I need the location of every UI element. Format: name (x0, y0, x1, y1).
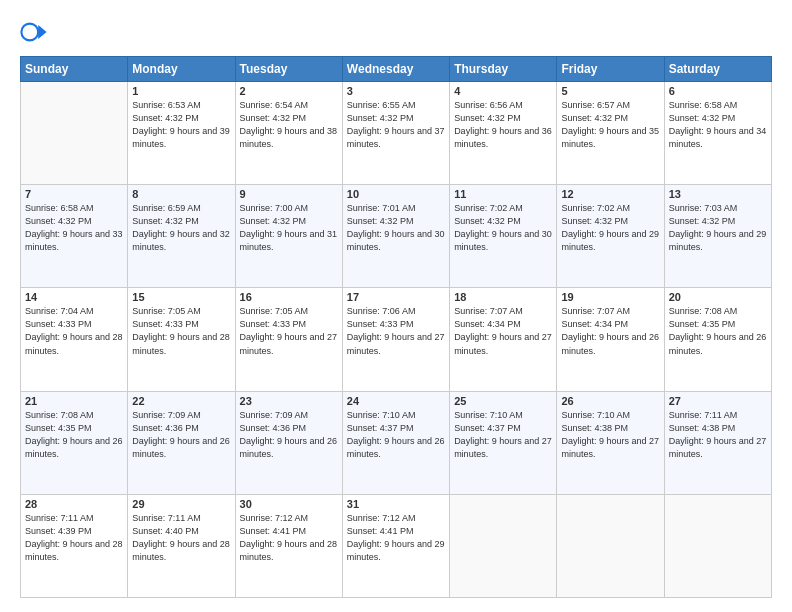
weekday-header-saturday: Saturday (664, 57, 771, 82)
day-number: 7 (25, 188, 123, 200)
svg-marker-1 (38, 25, 46, 39)
day-number: 13 (669, 188, 767, 200)
calendar-cell: 30Sunrise: 7:12 AMSunset: 4:41 PMDayligh… (235, 494, 342, 597)
day-number: 17 (347, 291, 445, 303)
day-info: Sunrise: 6:55 AMSunset: 4:32 PMDaylight:… (347, 99, 445, 151)
day-info: Sunrise: 7:02 AMSunset: 4:32 PMDaylight:… (561, 202, 659, 254)
day-info: Sunrise: 7:08 AMSunset: 4:35 PMDaylight:… (669, 305, 767, 357)
day-number: 2 (240, 85, 338, 97)
calendar-cell: 9Sunrise: 7:00 AMSunset: 4:32 PMDaylight… (235, 185, 342, 288)
day-number: 4 (454, 85, 552, 97)
day-info: Sunrise: 7:10 AMSunset: 4:37 PMDaylight:… (347, 409, 445, 461)
day-number: 6 (669, 85, 767, 97)
calendar-cell: 11Sunrise: 7:02 AMSunset: 4:32 PMDayligh… (450, 185, 557, 288)
day-info: Sunrise: 7:09 AMSunset: 4:36 PMDaylight:… (240, 409, 338, 461)
day-number: 25 (454, 395, 552, 407)
day-info: Sunrise: 7:02 AMSunset: 4:32 PMDaylight:… (454, 202, 552, 254)
week-row-0: 1Sunrise: 6:53 AMSunset: 4:32 PMDaylight… (21, 82, 772, 185)
calendar-cell: 17Sunrise: 7:06 AMSunset: 4:33 PMDayligh… (342, 288, 449, 391)
calendar-cell: 10Sunrise: 7:01 AMSunset: 4:32 PMDayligh… (342, 185, 449, 288)
day-info: Sunrise: 7:01 AMSunset: 4:32 PMDaylight:… (347, 202, 445, 254)
day-info: Sunrise: 7:09 AMSunset: 4:36 PMDaylight:… (132, 409, 230, 461)
weekday-header-tuesday: Tuesday (235, 57, 342, 82)
day-info: Sunrise: 7:05 AMSunset: 4:33 PMDaylight:… (132, 305, 230, 357)
calendar-cell (664, 494, 771, 597)
week-row-4: 28Sunrise: 7:11 AMSunset: 4:39 PMDayligh… (21, 494, 772, 597)
day-info: Sunrise: 7:12 AMSunset: 4:41 PMDaylight:… (347, 512, 445, 564)
weekday-header-thursday: Thursday (450, 57, 557, 82)
weekday-header-sunday: Sunday (21, 57, 128, 82)
day-number: 26 (561, 395, 659, 407)
calendar-cell: 18Sunrise: 7:07 AMSunset: 4:34 PMDayligh… (450, 288, 557, 391)
day-info: Sunrise: 6:57 AMSunset: 4:32 PMDaylight:… (561, 99, 659, 151)
weekday-header-row: SundayMondayTuesdayWednesdayThursdayFrid… (21, 57, 772, 82)
calendar-cell (450, 494, 557, 597)
calendar-cell: 25Sunrise: 7:10 AMSunset: 4:37 PMDayligh… (450, 391, 557, 494)
calendar-cell: 29Sunrise: 7:11 AMSunset: 4:40 PMDayligh… (128, 494, 235, 597)
calendar-cell: 28Sunrise: 7:11 AMSunset: 4:39 PMDayligh… (21, 494, 128, 597)
logo-icon (20, 18, 48, 46)
calendar-cell (21, 82, 128, 185)
day-number: 10 (347, 188, 445, 200)
day-info: Sunrise: 7:03 AMSunset: 4:32 PMDaylight:… (669, 202, 767, 254)
day-info: Sunrise: 7:11 AMSunset: 4:39 PMDaylight:… (25, 512, 123, 564)
day-info: Sunrise: 7:07 AMSunset: 4:34 PMDaylight:… (454, 305, 552, 357)
week-row-3: 21Sunrise: 7:08 AMSunset: 4:35 PMDayligh… (21, 391, 772, 494)
day-info: Sunrise: 7:07 AMSunset: 4:34 PMDaylight:… (561, 305, 659, 357)
week-row-2: 14Sunrise: 7:04 AMSunset: 4:33 PMDayligh… (21, 288, 772, 391)
day-number: 27 (669, 395, 767, 407)
day-number: 8 (132, 188, 230, 200)
calendar-cell: 1Sunrise: 6:53 AMSunset: 4:32 PMDaylight… (128, 82, 235, 185)
calendar-cell: 14Sunrise: 7:04 AMSunset: 4:33 PMDayligh… (21, 288, 128, 391)
day-info: Sunrise: 7:06 AMSunset: 4:33 PMDaylight:… (347, 305, 445, 357)
calendar-cell: 19Sunrise: 7:07 AMSunset: 4:34 PMDayligh… (557, 288, 664, 391)
day-info: Sunrise: 7:12 AMSunset: 4:41 PMDaylight:… (240, 512, 338, 564)
day-info: Sunrise: 7:08 AMSunset: 4:35 PMDaylight:… (25, 409, 123, 461)
calendar-cell: 21Sunrise: 7:08 AMSunset: 4:35 PMDayligh… (21, 391, 128, 494)
calendar-cell: 22Sunrise: 7:09 AMSunset: 4:36 PMDayligh… (128, 391, 235, 494)
page: SundayMondayTuesdayWednesdayThursdayFrid… (0, 0, 792, 612)
day-info: Sunrise: 7:10 AMSunset: 4:38 PMDaylight:… (561, 409, 659, 461)
calendar-cell: 5Sunrise: 6:57 AMSunset: 4:32 PMDaylight… (557, 82, 664, 185)
day-number: 30 (240, 498, 338, 510)
day-number: 3 (347, 85, 445, 97)
day-info: Sunrise: 7:10 AMSunset: 4:37 PMDaylight:… (454, 409, 552, 461)
day-info: Sunrise: 7:04 AMSunset: 4:33 PMDaylight:… (25, 305, 123, 357)
day-info: Sunrise: 6:59 AMSunset: 4:32 PMDaylight:… (132, 202, 230, 254)
day-number: 20 (669, 291, 767, 303)
calendar-cell: 31Sunrise: 7:12 AMSunset: 4:41 PMDayligh… (342, 494, 449, 597)
day-info: Sunrise: 7:11 AMSunset: 4:38 PMDaylight:… (669, 409, 767, 461)
logo (20, 18, 52, 46)
calendar-cell: 2Sunrise: 6:54 AMSunset: 4:32 PMDaylight… (235, 82, 342, 185)
calendar-cell: 7Sunrise: 6:58 AMSunset: 4:32 PMDaylight… (21, 185, 128, 288)
calendar-cell: 6Sunrise: 6:58 AMSunset: 4:32 PMDaylight… (664, 82, 771, 185)
day-number: 9 (240, 188, 338, 200)
calendar-cell: 26Sunrise: 7:10 AMSunset: 4:38 PMDayligh… (557, 391, 664, 494)
week-row-1: 7Sunrise: 6:58 AMSunset: 4:32 PMDaylight… (21, 185, 772, 288)
day-number: 15 (132, 291, 230, 303)
day-number: 23 (240, 395, 338, 407)
calendar-cell: 20Sunrise: 7:08 AMSunset: 4:35 PMDayligh… (664, 288, 771, 391)
day-number: 22 (132, 395, 230, 407)
svg-point-0 (21, 24, 38, 41)
day-info: Sunrise: 6:58 AMSunset: 4:32 PMDaylight:… (25, 202, 123, 254)
calendar-cell (557, 494, 664, 597)
calendar-cell: 27Sunrise: 7:11 AMSunset: 4:38 PMDayligh… (664, 391, 771, 494)
calendar-cell: 23Sunrise: 7:09 AMSunset: 4:36 PMDayligh… (235, 391, 342, 494)
calendar-cell: 16Sunrise: 7:05 AMSunset: 4:33 PMDayligh… (235, 288, 342, 391)
weekday-header-friday: Friday (557, 57, 664, 82)
calendar-cell: 12Sunrise: 7:02 AMSunset: 4:32 PMDayligh… (557, 185, 664, 288)
calendar-table: SundayMondayTuesdayWednesdayThursdayFrid… (20, 56, 772, 598)
calendar-cell: 3Sunrise: 6:55 AMSunset: 4:32 PMDaylight… (342, 82, 449, 185)
calendar-cell: 4Sunrise: 6:56 AMSunset: 4:32 PMDaylight… (450, 82, 557, 185)
calendar-cell: 15Sunrise: 7:05 AMSunset: 4:33 PMDayligh… (128, 288, 235, 391)
day-number: 18 (454, 291, 552, 303)
weekday-header-wednesday: Wednesday (342, 57, 449, 82)
day-info: Sunrise: 6:56 AMSunset: 4:32 PMDaylight:… (454, 99, 552, 151)
day-number: 24 (347, 395, 445, 407)
day-number: 11 (454, 188, 552, 200)
day-number: 21 (25, 395, 123, 407)
header (20, 18, 772, 46)
day-number: 1 (132, 85, 230, 97)
day-number: 12 (561, 188, 659, 200)
